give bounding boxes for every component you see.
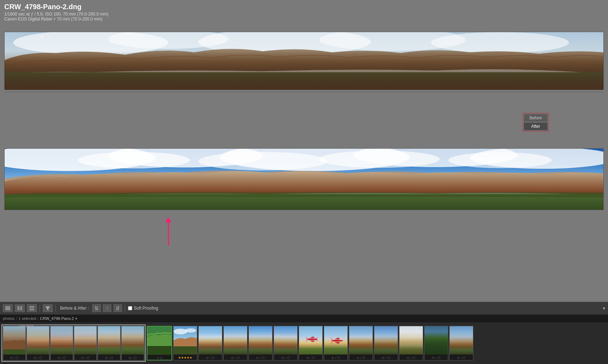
after-button[interactable]: After — [524, 123, 548, 130]
compare-arrow — [165, 217, 171, 245]
thumb-4-badges: ◇ | ⬡ — [74, 354, 97, 360]
svg-point-15 — [319, 151, 440, 168]
arrow-line — [168, 222, 169, 245]
photo-filename: CRW_4798-Pano-2.dng — [4, 3, 109, 11]
filmstrip-thumb-17[interactable]: ◇ | ⬡ — [399, 326, 423, 360]
svg-rect-24 — [3, 350, 26, 354]
filmstrip-thumb-9[interactable]: ◇ | ⬡ — [198, 326, 222, 360]
svg-point-13 — [78, 152, 190, 168]
svg-rect-26 — [147, 346, 171, 355]
plane-icon-1 — [304, 335, 318, 344]
before-panorama — [4, 32, 604, 90]
photo-camera: Canon EOS Digital Rebel + 70 mm (70.0-20… — [4, 17, 109, 22]
svg-rect-19 — [17, 306, 19, 310]
toolbar-sep-2 — [55, 305, 56, 312]
before-panorama-svg — [5, 32, 603, 90]
svg-point-16 — [448, 152, 551, 168]
develop-toolbar: Before & After : ⇅ ↑ ⇵ Soft Proofing ▾ — [0, 302, 608, 315]
filmstrip-thumb-6[interactable]: ◇ | ⬡ — [121, 326, 144, 360]
breadcrumb-selected: 1 selected — [18, 316, 36, 321]
filmstrip-thumb-8[interactable]: ★★★★★ — [173, 326, 197, 360]
after-panorama-container — [4, 148, 604, 214]
filmstrip-thumb-plane-2[interactable]: ◇ | ⬡ — [324, 326, 348, 360]
soft-proofing-text: Soft Proofing — [134, 306, 158, 311]
filmstrip-thumb-19[interactable]: ◇ | ⬡ — [449, 326, 473, 360]
copy-after-button[interactable]: ⇵ — [113, 304, 122, 312]
breadcrumb-sep-1: / — [16, 316, 17, 321]
toolbar-sep-1 — [40, 305, 40, 312]
thumb-8-landscape-svg — [174, 326, 197, 354]
split-view-button[interactable] — [15, 304, 25, 312]
thumb-5-badges: ◇ | ⬡ — [98, 354, 120, 360]
soft-proofing-checkbox[interactable] — [128, 306, 132, 310]
before-panorama-container — [4, 32, 604, 90]
swap-button[interactable]: ⇅ — [92, 304, 101, 312]
thumb-15-badges: ◇ | ⬡ — [349, 354, 373, 360]
thumb-16-badges: ◇ | ⬡ — [374, 354, 398, 360]
svg-point-14 — [198, 152, 328, 170]
filmstrip-thumb-4[interactable]: ◇ | ⬡ — [74, 326, 97, 360]
after-panorama-svg — [5, 149, 603, 210]
thumb-14-badges: ◇ | ⬡ — [324, 354, 347, 360]
thumb-18-badges: ◇ | ⬡ — [425, 354, 448, 360]
thumb-10-badges: ◇ | ⬡ — [224, 354, 247, 360]
thumb-19-badges: ◇ | ⬡ — [450, 354, 473, 360]
after-panorama — [4, 148, 604, 210]
filmstrip-thumb-5[interactable]: ◇ | ⬡ — [98, 326, 121, 360]
thumb-3-badges: ◇ | ⬡ — [51, 354, 73, 360]
svg-rect-21 — [29, 306, 34, 308]
soft-proofing-label[interactable]: Soft Proofing — [128, 306, 158, 311]
svg-point-5 — [431, 32, 569, 53]
svg-rect-30 — [174, 346, 197, 354]
single-view-button[interactable] — [3, 304, 13, 312]
breadcrumb-photos[interactable]: photos — [3, 316, 14, 321]
before-after-panel: Before After — [523, 113, 549, 131]
thumb-17-badges: ◇ | ⬡ — [399, 354, 423, 360]
filmstrip-breadcrumb: photos / 1 selected / CRW_4798-Pano-2 ▾ — [0, 315, 608, 322]
stacked-view-icon — [29, 306, 34, 310]
filmstrip-thumb-18[interactable]: ◇ | ⬡ — [424, 326, 448, 360]
split-view-icon — [17, 306, 22, 310]
filmstrip-thumb-2[interactable]: ◇ | ⬡ — [27, 326, 49, 360]
stacked-view-button[interactable] — [27, 304, 37, 312]
toolbar-expand-button[interactable]: ▾ — [603, 305, 605, 311]
thumb-11-badges: ◇ | ⬡ — [249, 354, 272, 360]
svg-marker-23 — [45, 306, 50, 310]
breadcrumb-sep-2: / — [37, 316, 39, 321]
thumb-8-stars: ★★★★★ — [174, 354, 197, 360]
svg-point-29 — [185, 328, 196, 333]
filmstrip-thumb-16[interactable]: ◇ | ⬡ — [374, 326, 398, 360]
selected-group: ◇ | ⬡ ◇ | ⬡ ◇ | ⬡ ◇ — [1, 324, 146, 362]
single-view-icon — [5, 306, 10, 310]
svg-rect-6 — [5, 72, 603, 90]
thumb-2-badges: ◇ | ⬡ — [27, 354, 49, 360]
filmstrip-thumb-15[interactable]: ◇ | ⬡ — [349, 326, 373, 360]
filmstrip: ◇ | ⬡ ◇ | ⬡ ◇ | ⬡ ◇ — [0, 322, 608, 364]
svg-rect-20 — [20, 306, 22, 310]
filter-button[interactable] — [43, 304, 53, 312]
filmstrip-thumb-1[interactable]: ◇ | ⬡ — [3, 326, 26, 360]
active-thumb-svg — [147, 327, 171, 355]
filmstrip-thumb-3[interactable]: ◇ | ⬡ — [50, 326, 73, 360]
plane-icon-2 — [329, 336, 344, 345]
photo-info: CRW_4798-Pano-2.dng 1/1600 sec at ƒ / 5.… — [4, 3, 109, 22]
breadcrumb-current-file: CRW_4798-Pano-2 — [40, 316, 74, 321]
filmstrip-thumb-plane-1[interactable]: ◇ | ⬡ — [299, 326, 323, 360]
breadcrumb-dropdown-arrow[interactable]: ▾ — [75, 317, 77, 321]
filmstrip-thumb-11[interactable]: ◇ | ⬡ — [249, 326, 273, 360]
svg-point-28 — [174, 329, 187, 334]
thumb-1-badges: ◇ | ⬡ — [3, 354, 25, 360]
thumb-12-badges: ◇ | ⬡ — [274, 354, 297, 360]
thumb-13-badges: ◇ | ⬡ — [299, 354, 322, 360]
thumb-6-badges: ◇ | ⬡ — [122, 354, 144, 360]
filmstrip-thumb-12[interactable]: ◇ | ⬡ — [274, 326, 298, 360]
filmstrip-thumb-active[interactable]: ✓ ⬡ — [147, 326, 172, 360]
arrow-head — [165, 217, 171, 222]
copy-before-button[interactable]: ↑ — [103, 304, 111, 312]
before-after-label: Before & After : — [60, 306, 89, 311]
filmstrip-thumb-10[interactable]: ◇ | ⬡ — [223, 326, 247, 360]
selected-count-label: selected — [19, 324, 33, 328]
before-after-divider — [4, 92, 604, 92]
toolbar-sep-3 — [125, 305, 125, 312]
before-button[interactable]: Before — [524, 114, 548, 122]
